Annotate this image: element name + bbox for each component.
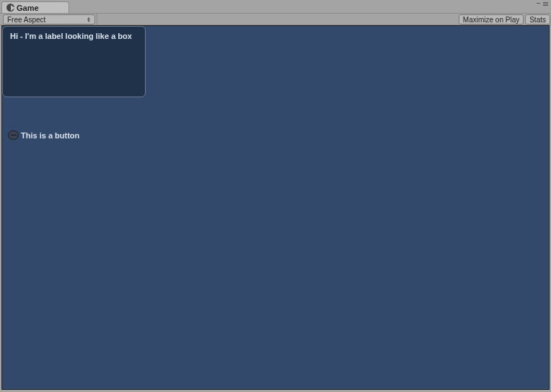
toolbar: Free Aspect ▲▼ Maximize on Play Stats xyxy=(0,13,551,25)
window-controls xyxy=(537,1,548,6)
aspect-dropdown[interactable]: Free Aspect ▲▼ xyxy=(3,14,95,24)
game-viewport: Hi - I'm a label looking like a box This… xyxy=(1,25,550,390)
box-label-text: Hi - I'm a label looking like a box xyxy=(10,32,132,40)
tab-title: Game xyxy=(17,4,39,12)
collapse-icon[interactable] xyxy=(537,1,542,6)
chevron-updown-icon: ▲▼ xyxy=(87,17,91,22)
maximize-label: Maximize on Play xyxy=(463,16,519,24)
toolbar-spacer xyxy=(97,14,458,24)
maximize-on-play-button[interactable]: Maximize on Play xyxy=(459,14,524,24)
stats-button[interactable]: Stats xyxy=(525,14,550,24)
aspect-label: Free Aspect xyxy=(7,16,45,24)
tab-bar: Game xyxy=(0,0,551,13)
toggle-label: This is a button xyxy=(21,131,79,140)
toggle-button[interactable]: This is a button xyxy=(8,130,79,140)
menu-icon[interactable] xyxy=(543,1,548,6)
game-tab[interactable]: Game xyxy=(1,1,69,13)
box-style-label: Hi - I'm a label looking like a box xyxy=(2,26,146,97)
stats-label: Stats xyxy=(529,16,546,24)
pacman-icon xyxy=(6,4,14,12)
toggle-icon xyxy=(8,130,19,140)
